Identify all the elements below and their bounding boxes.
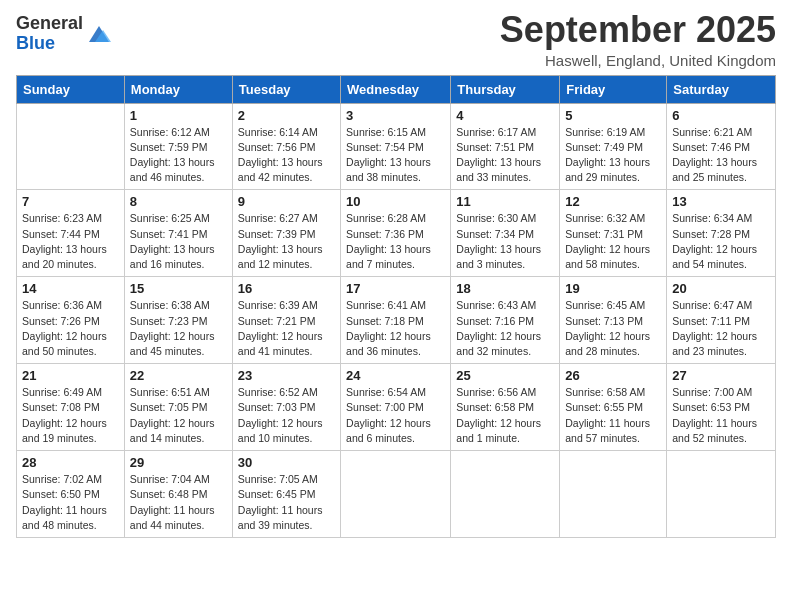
col-sunday: Sunday — [17, 75, 125, 103]
col-saturday: Saturday — [667, 75, 776, 103]
table-row: 2Sunrise: 6:14 AMSunset: 7:56 PMDaylight… — [232, 103, 340, 190]
table-row: 16Sunrise: 6:39 AMSunset: 7:21 PMDayligh… — [232, 277, 340, 364]
day-number: 21 — [22, 368, 119, 383]
calendar-table: Sunday Monday Tuesday Wednesday Thursday… — [16, 75, 776, 538]
day-info: Sunrise: 6:52 AMSunset: 7:03 PMDaylight:… — [238, 385, 335, 446]
table-row: 25Sunrise: 6:56 AMSunset: 6:58 PMDayligh… — [451, 364, 560, 451]
table-row: 1Sunrise: 6:12 AMSunset: 7:59 PMDaylight… — [124, 103, 232, 190]
day-number: 23 — [238, 368, 335, 383]
day-number: 5 — [565, 108, 661, 123]
day-number: 4 — [456, 108, 554, 123]
table-row: 19Sunrise: 6:45 AMSunset: 7:13 PMDayligh… — [560, 277, 667, 364]
day-info: Sunrise: 6:41 AMSunset: 7:18 PMDaylight:… — [346, 298, 445, 359]
table-row: 6Sunrise: 6:21 AMSunset: 7:46 PMDaylight… — [667, 103, 776, 190]
day-info: Sunrise: 6:54 AMSunset: 7:00 PMDaylight:… — [346, 385, 445, 446]
table-row: 22Sunrise: 6:51 AMSunset: 7:05 PMDayligh… — [124, 364, 232, 451]
logo-general-text: General — [16, 14, 83, 34]
table-row: 13Sunrise: 6:34 AMSunset: 7:28 PMDayligh… — [667, 190, 776, 277]
calendar-week-row: 1Sunrise: 6:12 AMSunset: 7:59 PMDaylight… — [17, 103, 776, 190]
day-info: Sunrise: 6:32 AMSunset: 7:31 PMDaylight:… — [565, 211, 661, 272]
day-number: 6 — [672, 108, 770, 123]
day-info: Sunrise: 6:25 AMSunset: 7:41 PMDaylight:… — [130, 211, 227, 272]
day-info: Sunrise: 6:21 AMSunset: 7:46 PMDaylight:… — [672, 125, 770, 186]
day-number: 14 — [22, 281, 119, 296]
day-number: 26 — [565, 368, 661, 383]
day-number: 7 — [22, 194, 119, 209]
table-row: 30Sunrise: 7:05 AMSunset: 6:45 PMDayligh… — [232, 451, 340, 538]
day-number: 30 — [238, 455, 335, 470]
table-row: 18Sunrise: 6:43 AMSunset: 7:16 PMDayligh… — [451, 277, 560, 364]
day-number: 12 — [565, 194, 661, 209]
table-row: 26Sunrise: 6:58 AMSunset: 6:55 PMDayligh… — [560, 364, 667, 451]
table-row: 14Sunrise: 6:36 AMSunset: 7:26 PMDayligh… — [17, 277, 125, 364]
table-row: 29Sunrise: 7:04 AMSunset: 6:48 PMDayligh… — [124, 451, 232, 538]
logo-blue-text: Blue — [16, 34, 83, 54]
day-number: 29 — [130, 455, 227, 470]
header: General Blue September 2025 Haswell, Eng… — [16, 10, 776, 69]
day-number: 28 — [22, 455, 119, 470]
table-row: 17Sunrise: 6:41 AMSunset: 7:18 PMDayligh… — [341, 277, 451, 364]
day-info: Sunrise: 6:51 AMSunset: 7:05 PMDaylight:… — [130, 385, 227, 446]
day-number: 3 — [346, 108, 445, 123]
table-row: 7Sunrise: 6:23 AMSunset: 7:44 PMDaylight… — [17, 190, 125, 277]
day-info: Sunrise: 6:19 AMSunset: 7:49 PMDaylight:… — [565, 125, 661, 186]
table-row: 28Sunrise: 7:02 AMSunset: 6:50 PMDayligh… — [17, 451, 125, 538]
day-info: Sunrise: 6:39 AMSunset: 7:21 PMDaylight:… — [238, 298, 335, 359]
day-number: 19 — [565, 281, 661, 296]
day-info: Sunrise: 6:56 AMSunset: 6:58 PMDaylight:… — [456, 385, 554, 446]
col-tuesday: Tuesday — [232, 75, 340, 103]
table-row — [560, 451, 667, 538]
day-info: Sunrise: 6:45 AMSunset: 7:13 PMDaylight:… — [565, 298, 661, 359]
col-friday: Friday — [560, 75, 667, 103]
day-info: Sunrise: 6:36 AMSunset: 7:26 PMDaylight:… — [22, 298, 119, 359]
day-number: 13 — [672, 194, 770, 209]
day-number: 10 — [346, 194, 445, 209]
table-row — [451, 451, 560, 538]
day-info: Sunrise: 7:00 AMSunset: 6:53 PMDaylight:… — [672, 385, 770, 446]
table-row: 4Sunrise: 6:17 AMSunset: 7:51 PMDaylight… — [451, 103, 560, 190]
day-number: 27 — [672, 368, 770, 383]
day-info: Sunrise: 6:58 AMSunset: 6:55 PMDaylight:… — [565, 385, 661, 446]
day-number: 2 — [238, 108, 335, 123]
location: Haswell, England, United Kingdom — [500, 52, 776, 69]
col-thursday: Thursday — [451, 75, 560, 103]
table-row — [667, 451, 776, 538]
title-block: September 2025 Haswell, England, United … — [500, 10, 776, 69]
day-info: Sunrise: 6:43 AMSunset: 7:16 PMDaylight:… — [456, 298, 554, 359]
table-row: 11Sunrise: 6:30 AMSunset: 7:34 PMDayligh… — [451, 190, 560, 277]
day-info: Sunrise: 6:34 AMSunset: 7:28 PMDaylight:… — [672, 211, 770, 272]
day-number: 9 — [238, 194, 335, 209]
day-info: Sunrise: 6:30 AMSunset: 7:34 PMDaylight:… — [456, 211, 554, 272]
day-number: 11 — [456, 194, 554, 209]
calendar-header-row: Sunday Monday Tuesday Wednesday Thursday… — [17, 75, 776, 103]
table-row: 5Sunrise: 6:19 AMSunset: 7:49 PMDaylight… — [560, 103, 667, 190]
table-row: 3Sunrise: 6:15 AMSunset: 7:54 PMDaylight… — [341, 103, 451, 190]
day-info: Sunrise: 6:28 AMSunset: 7:36 PMDaylight:… — [346, 211, 445, 272]
table-row: 8Sunrise: 6:25 AMSunset: 7:41 PMDaylight… — [124, 190, 232, 277]
day-info: Sunrise: 7:02 AMSunset: 6:50 PMDaylight:… — [22, 472, 119, 533]
day-info: Sunrise: 6:17 AMSunset: 7:51 PMDaylight:… — [456, 125, 554, 186]
day-info: Sunrise: 6:14 AMSunset: 7:56 PMDaylight:… — [238, 125, 335, 186]
day-number: 25 — [456, 368, 554, 383]
logo-icon — [85, 20, 113, 48]
calendar-week-row: 21Sunrise: 6:49 AMSunset: 7:08 PMDayligh… — [17, 364, 776, 451]
table-row: 10Sunrise: 6:28 AMSunset: 7:36 PMDayligh… — [341, 190, 451, 277]
day-number: 20 — [672, 281, 770, 296]
table-row: 24Sunrise: 6:54 AMSunset: 7:00 PMDayligh… — [341, 364, 451, 451]
logo: General Blue — [16, 14, 113, 54]
day-number: 22 — [130, 368, 227, 383]
day-info: Sunrise: 6:47 AMSunset: 7:11 PMDaylight:… — [672, 298, 770, 359]
calendar-week-row: 7Sunrise: 6:23 AMSunset: 7:44 PMDaylight… — [17, 190, 776, 277]
day-info: Sunrise: 6:23 AMSunset: 7:44 PMDaylight:… — [22, 211, 119, 272]
table-row: 12Sunrise: 6:32 AMSunset: 7:31 PMDayligh… — [560, 190, 667, 277]
day-info: Sunrise: 6:27 AMSunset: 7:39 PMDaylight:… — [238, 211, 335, 272]
table-row: 21Sunrise: 6:49 AMSunset: 7:08 PMDayligh… — [17, 364, 125, 451]
table-row — [341, 451, 451, 538]
day-info: Sunrise: 6:15 AMSunset: 7:54 PMDaylight:… — [346, 125, 445, 186]
col-monday: Monday — [124, 75, 232, 103]
day-number: 1 — [130, 108, 227, 123]
day-number: 15 — [130, 281, 227, 296]
day-number: 17 — [346, 281, 445, 296]
col-wednesday: Wednesday — [341, 75, 451, 103]
page: General Blue September 2025 Haswell, Eng… — [0, 0, 792, 612]
